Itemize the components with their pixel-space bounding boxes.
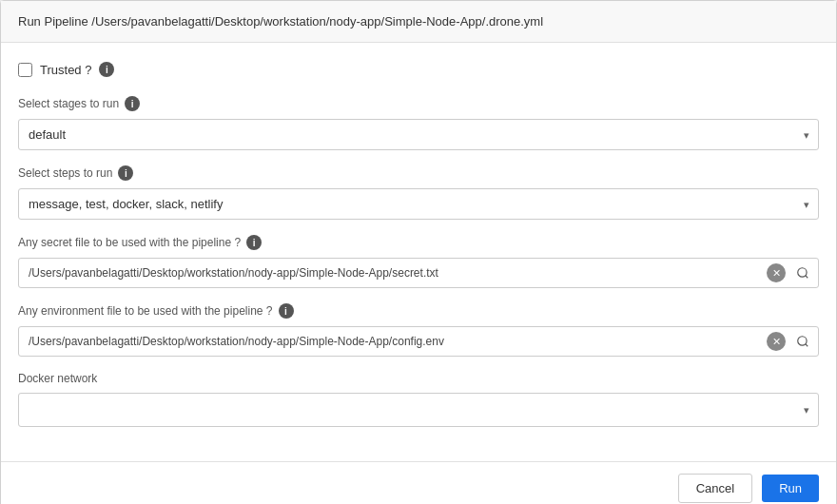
docker-network-select-wrapper: ▾ <box>18 393 819 427</box>
dialog-title: Run Pipeline /Users/pavanbelagatti/Deskt… <box>1 1 836 43</box>
docker-network-label: Docker network <box>18 372 819 385</box>
svg-line-3 <box>806 344 808 347</box>
secret-file-input[interactable] <box>19 259 767 287</box>
docker-network-section: Docker network ▾ <box>18 372 819 427</box>
steps-section: Select steps to run i message, test, doc… <box>18 165 819 220</box>
secret-file-clear-button[interactable]: ✕ <box>767 263 786 282</box>
secret-file-info-icon: i <box>246 235 262 250</box>
stages-label: Select stages to run i <box>18 96 819 111</box>
svg-line-1 <box>806 276 808 279</box>
steps-label: Select steps to run i <box>18 165 819 181</box>
dialog-footer: Cancel Run <box>1 461 836 504</box>
env-file-section: Any environment file to be used with the… <box>18 303 819 357</box>
stages-select-wrapper: default ▾ <box>18 119 819 150</box>
stages-info-icon: i <box>125 96 140 111</box>
env-file-browse-button[interactable] <box>789 328 816 355</box>
svg-point-2 <box>798 337 807 345</box>
env-file-info-icon: i <box>279 303 294 319</box>
env-file-input[interactable] <box>19 327 767 356</box>
secret-file-section: Any secret file to be used with the pipe… <box>18 235 819 288</box>
env-file-input-wrapper: ✕ <box>18 326 819 357</box>
steps-select-wrapper: message, test, docker, slack, netlify ▾ <box>18 188 819 220</box>
trusted-info-icon: i <box>99 62 114 77</box>
docker-network-select[interactable] <box>18 393 819 427</box>
trusted-row: Trusted ? i <box>18 62 819 77</box>
stages-select[interactable]: default <box>18 119 819 150</box>
steps-select[interactable]: message, test, docker, slack, netlify <box>18 188 819 220</box>
stages-section: Select stages to run i default ▾ <box>18 96 819 150</box>
run-button[interactable]: Run <box>762 475 819 502</box>
run-pipeline-dialog: Run Pipeline /Users/pavanbelagatti/Deskt… <box>0 0 837 504</box>
cancel-button[interactable]: Cancel <box>678 474 752 503</box>
secret-file-label: Any secret file to be used with the pipe… <box>18 235 819 250</box>
secret-file-input-wrapper: ✕ <box>18 258 819 288</box>
svg-point-0 <box>798 268 807 277</box>
env-file-clear-button[interactable]: ✕ <box>767 332 786 351</box>
secret-file-browse-button[interactable] <box>789 260 816 286</box>
dialog-body: Trusted ? i Select stages to run i defau… <box>1 43 836 461</box>
trusted-checkbox[interactable] <box>18 63 32 77</box>
trusted-label: Trusted ? <box>40 63 91 77</box>
steps-info-icon: i <box>118 165 133 181</box>
env-file-label: Any environment file to be used with the… <box>18 303 819 319</box>
